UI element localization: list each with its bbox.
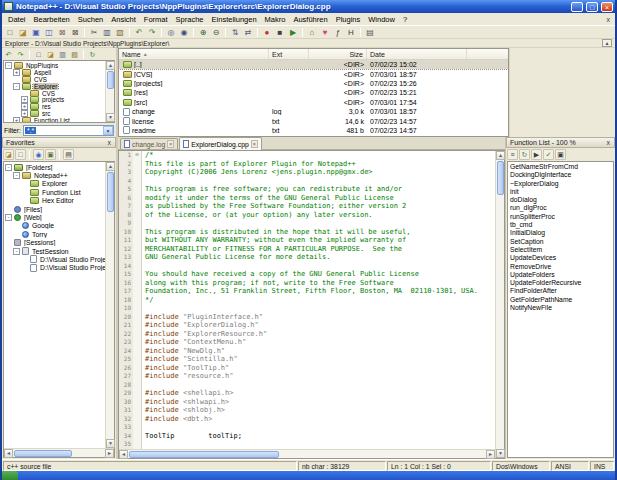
paste-icon[interactable]: ▧ <box>114 26 126 38</box>
tab-explorerdialog-cpp[interactable]: ExplorerDialog.cpp× <box>179 137 261 150</box>
function-item-dodialog[interactable]: doDialog <box>508 196 613 204</box>
column-header-date[interactable]: Date <box>367 49 467 59</box>
function-item-initialdialog[interactable]: InitialDialog <box>508 229 613 237</box>
explorer-node-explorer[interactable]: -Explorer <box>4 83 105 90</box>
favorites-node-d-visual-studio-projects-nppplugin[interactable]: D:\Visual Studio Projects\NppPlugin <box>4 264 105 272</box>
favorites-panel-icon[interactable]: ♥ <box>319 26 331 38</box>
scroll-down-icon[interactable]: ▼ <box>496 449 505 458</box>
favorites-node-sessions[interactable]: [Sessions] <box>4 239 105 247</box>
new-file-icon[interactable]: □ <box>4 26 16 38</box>
file-row-change[interactable]: changelog3,0 k07/03/01 18:57 <box>119 107 508 116</box>
expander-icon[interactable]: + <box>13 69 20 76</box>
paste-path-icon[interactable]: ▧ <box>69 49 80 60</box>
function-item-getfolderpathname[interactable]: GetFolderPathName <box>508 296 613 304</box>
macro-record-icon[interactable]: ● <box>261 26 273 38</box>
scrollbar-track[interactable] <box>106 90 114 113</box>
explorer-node-cvs[interactable]: CVS <box>4 76 105 83</box>
menu-item-plugins[interactable]: Plugins <box>332 15 365 24</box>
macro-play-icon[interactable]: ▶ <box>287 26 299 38</box>
scroll-up-icon[interactable]: ▲ <box>106 162 115 171</box>
expander-icon[interactable]: - <box>5 62 12 69</box>
redo-icon[interactable]: ↷ <box>146 26 158 38</box>
expander-icon[interactable]: + <box>21 96 28 103</box>
function-item-notifynewfile[interactable]: NotifyNewFile <box>508 304 613 312</box>
goto-definition-icon[interactable]: ▶ <box>531 149 542 160</box>
favorites-node-function-list[interactable]: Function List <box>4 188 105 196</box>
function-item-findfolderafter[interactable]: FindFolderAfter <box>508 287 613 295</box>
menu-item-format[interactable]: Format <box>140 15 172 24</box>
favorite-web-icon[interactable]: ◉ <box>33 149 44 160</box>
scroll-right-icon[interactable]: ► <box>486 450 495 459</box>
explorer-tree-scrollbar[interactable]: ▲ ▼ <box>105 61 114 122</box>
scroll-up-icon[interactable]: ▲ <box>496 151 505 160</box>
column-header-size[interactable]: Size <box>309 49 367 59</box>
favorites-node-folders[interactable]: -[Folders] <box>4 163 105 171</box>
scrollbar-thumb[interactable] <box>107 71 114 89</box>
function-list-close-icon[interactable]: x <box>606 139 612 146</box>
replace-icon[interactable]: ◉ <box>178 26 190 38</box>
file-row-res[interactable]: [res]<DIR>07/02/23 15:21 <box>119 88 508 97</box>
scroll-right-icon[interactable]: ► <box>105 449 114 458</box>
undo-icon[interactable]: ↶ <box>133 26 145 38</box>
file-row-cvs[interactable]: [CVS]<DIR>07/03/01 18:57 <box>119 69 508 78</box>
close-file-icon[interactable]: ⊠ <box>56 26 68 38</box>
explorer-node-src[interactable]: +src <box>4 110 105 117</box>
filter-combobox[interactable]: *.* ▼ <box>23 125 114 136</box>
function-item-dockingdlginterface[interactable]: DockingDlgInterface <box>508 171 613 179</box>
file-row-src[interactable]: [src]<DIR>07/03/01 17:54 <box>119 98 508 107</box>
sync-horizontal-icon[interactable]: ⇄ <box>242 26 254 38</box>
check-icon[interactable]: ✓ <box>543 149 554 160</box>
scroll-left-icon[interactable]: ◄ <box>119 450 128 459</box>
expander-icon[interactable]: - <box>13 83 20 90</box>
scroll-down-icon[interactable]: ▼ <box>106 113 115 122</box>
tab-change-log[interactable]: change.log× <box>120 138 178 149</box>
explorer-node-res[interactable]: +res <box>4 103 105 110</box>
favorites-hscrollbar[interactable]: ◄ ► <box>4 448 114 457</box>
minimize-button[interactable]: _ <box>571 2 583 12</box>
close-icon[interactable]: × <box>167 140 174 148</box>
code-editor[interactable]: 1⊟/*2This file is part of Explorer Plugi… <box>118 150 505 459</box>
save-all-icon[interactable]: ◫ <box>43 26 55 38</box>
maximize-button[interactable]: □ <box>586 2 598 12</box>
function-item-explorerdialog[interactable]: ~ExplorerDialog <box>508 180 613 188</box>
menu-item-bearbeiten[interactable]: Bearbeiten <box>30 15 74 24</box>
file-row-projects[interactable]: [projects]<DIR>07/02/23 15:26 <box>119 79 508 88</box>
function-item-updatedevices[interactable]: UpdateDevices <box>508 254 613 262</box>
favorite-file-icon[interactable]: □ <box>15 149 26 160</box>
function-item-removedrive[interactable]: RemoveDrive <box>508 263 613 271</box>
scrollbar-track[interactable] <box>496 196 504 449</box>
function-item-tb-cmd[interactable]: tb_cmd <box>508 221 613 229</box>
sync-vertical-icon[interactable]: ⇅ <box>229 26 241 38</box>
function-item-updatefolderrecursive[interactable]: UpdateFolderRecursive <box>508 279 613 287</box>
file-row-item[interactable]: [..]<DIR>07/02/23 15:02 <box>119 60 508 69</box>
fold-margin-collapse-icon[interactable]: ⊟ <box>133 151 142 160</box>
refresh-icon[interactable]: ↻ <box>87 49 98 60</box>
favorites-node-d-visual-studio-projects-nppplugin[interactable]: D:\Visual Studio Projects\NppPlugin <box>4 255 105 263</box>
file-row-readme[interactable]: readmetxt481 b07/02/23 14:57 <box>119 126 508 135</box>
column-header-ext[interactable]: Ext <box>269 49 309 59</box>
settings-icon[interactable]: ▣ <box>555 149 566 160</box>
close-all-icon[interactable]: ⊠ <box>69 26 81 38</box>
explorer-node-aspell[interactable]: +Aspell <box>4 69 105 76</box>
scrollbar-thumb[interactable] <box>497 161 504 195</box>
explorer-node-nppplugins[interactable]: -NppPlugins <box>4 62 105 69</box>
favorites-node-hex-editor[interactable]: Hex Editor <box>4 197 105 205</box>
function-item-runsplitterproc[interactable]: runSplitterProc <box>508 213 613 221</box>
expander-icon[interactable]: + <box>13 117 20 122</box>
reload-icon[interactable]: ↻ <box>519 149 530 160</box>
menu-item-einstellungen[interactable]: Einstellungen <box>208 15 261 24</box>
function-item-run-dlgproc[interactable]: run_dlgProc <box>508 204 613 212</box>
editor-vscrollbar[interactable]: ▲ ▼ <box>495 151 504 458</box>
explorer-node-projects[interactable]: +projects <box>4 96 105 103</box>
close-button[interactable]: × <box>601 2 613 12</box>
scroll-up-icon[interactable]: ▲ <box>106 61 115 70</box>
favorites-node-notepad[interactable]: -Notepad++ <box>4 171 105 179</box>
favorites-node-web[interactable]: -[Web] <box>4 213 105 221</box>
menu-item-makro[interactable]: Makro <box>261 15 290 24</box>
copy-icon[interactable]: ▥ <box>101 26 113 38</box>
menu-item-ansicht[interactable]: Ansicht <box>107 15 140 24</box>
favorites-node-testsession[interactable]: -TestSession <box>4 247 105 255</box>
expander-icon[interactable]: + <box>21 103 28 110</box>
go-forward-icon[interactable]: ↷ <box>15 49 26 60</box>
menu-item-ausf-hren[interactable]: Ausführen <box>289 15 331 24</box>
